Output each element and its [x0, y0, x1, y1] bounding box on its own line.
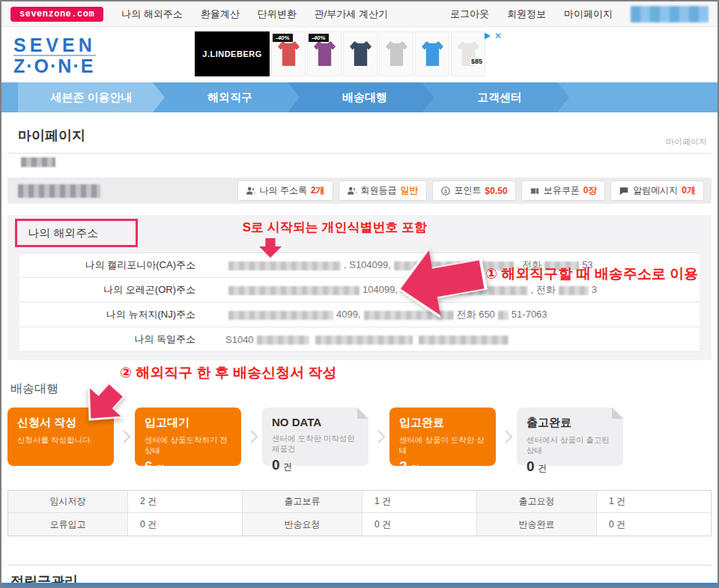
stats-label: 반송요청 [243, 513, 362, 536]
ad-brand-logo[interactable]: J.LINDEBERG [195, 31, 270, 76]
status-separator [496, 432, 517, 441]
stats-label: 오류입고 [8, 513, 128, 536]
chevron-right-icon [246, 431, 258, 443]
topbar-link[interactable]: 나의 해외주소 [121, 7, 183, 21]
nav-tab-shipping-agent[interactable]: 배송대행 [288, 82, 434, 112]
status-count: 6 [145, 458, 153, 474]
header: SEVEN Z·O·N·E J.LINDEBERG -40% -40% [1, 28, 718, 82]
status-box-shipped-out[interactable]: 출고완료 센터에서 상품이 출고된 상태 0 건 [517, 407, 623, 466]
member-grade-icon [347, 186, 357, 196]
stats-pair: 반송요청 0 건 [242, 513, 476, 536]
nav-tab-overseas-shopping[interactable]: 해외직구 [153, 82, 300, 112]
coupon-badge[interactable]: 보유쿠폰 0장 [521, 181, 606, 201]
stats-value[interactable]: 0 건 [128, 513, 242, 536]
nav-tab-customer-center[interactable]: 고객센터 [422, 82, 569, 112]
stats-value[interactable]: 0 건 [362, 513, 476, 536]
annotation-write-shipping-request: ② 해외직구 한 후 배송신청서 작성 [120, 363, 336, 383]
ad-product-thumb[interactable] [343, 31, 377, 76]
stats-pair: 출고보류 1 건 [242, 491, 476, 512]
annotation-personal-code: S로 시작되는 개인식별번호 포함 [189, 219, 481, 236]
address-value: S1040 [225, 334, 512, 345]
badge-value: 2개 [311, 184, 325, 197]
page-root: sevenzone.com 나의 해외주소환율계산단위변환관/부가세 계산기 로… [0, 0, 719, 588]
adchoices-icon[interactable] [483, 31, 492, 40]
status-count: 2 [399, 458, 407, 474]
status-box-title: 입고완료 [399, 416, 486, 430]
stats-row: 임시저장 2 건 출고보류 1 건 출고요청 1 건 [8, 491, 711, 513]
stats-label: 출고요청 [477, 491, 597, 512]
page-title: 마이페이지 [18, 127, 85, 145]
stats-label: 반송완료 [477, 513, 597, 536]
badge-label: 회원등급 [361, 184, 397, 197]
logo-line2: Z·O·N·E [13, 56, 96, 76]
address-label: 나의 오레곤(OR)주소 [19, 283, 195, 297]
username-blurred [21, 157, 55, 167]
point-badge[interactable]: $ 포인트 $0.50 [432, 181, 516, 201]
stats-pair: 출고요청 1 건 [476, 491, 711, 512]
status-box-arrived[interactable]: 입고완료 센터에 상품이 도착한 상태 2 건 [389, 407, 496, 466]
address-book-icon [246, 186, 256, 196]
topbar-link[interactable]: 환율계산 [201, 7, 240, 21]
status-separator [241, 432, 262, 441]
status-box-desc: 신청서를 작성합니다. [17, 435, 104, 446]
message-icon [619, 186, 629, 196]
nav-tab-guide[interactable]: 세븐존 이용안내 [18, 82, 165, 112]
sevenzone-logo[interactable]: SEVEN Z·O·N·E [13, 37, 96, 76]
status-box-desc: 센터에 상품도착하기 전 상태 [145, 435, 231, 456]
ad-close-icon[interactable]: ✕ [494, 31, 502, 40]
ad-product-thumb[interactable] [415, 31, 449, 76]
footer-blue-strip [1, 583, 718, 587]
product-image [314, 41, 336, 66]
topbar-link[interactable]: 단위변환 [258, 7, 297, 21]
divider [7, 565, 712, 566]
status-box-title: NO DATA [272, 416, 359, 428]
status-box-waiting-arrival[interactable]: 입고대기 센터에 상품도착하기 전 상태 6 건 [135, 407, 241, 466]
member-name-blurred [18, 184, 100, 198]
status-count: 0 [272, 457, 280, 473]
product-image [386, 41, 407, 66]
breadcrumb: 마이페이지 [666, 136, 707, 148]
badge-value: 일반 [401, 184, 419, 197]
stats-row: 오류입고 0 건 반송요청 0 건 반송완료 0 건 [8, 513, 711, 536]
ad-controls: ✕ [483, 31, 502, 40]
topbar-link[interactable]: 마이페이지 [564, 7, 613, 21]
address-value: 4099,전화 65051-7063 [225, 308, 547, 321]
status-box-no-data[interactable]: NO DATA 센터에 도착한 미작성한 제품건 0 건 [262, 407, 368, 466]
shipping-section-title: 배송대행 [10, 381, 58, 397]
nav-tab-label: 고객센터 [477, 91, 522, 105]
stats-pair: 임시저장 2 건 [8, 491, 242, 512]
ad-product-thumb[interactable] [379, 31, 413, 76]
brand-badge[interactable]: sevenzone.com [10, 7, 103, 22]
user-id-blurred-button[interactable] [631, 6, 709, 22]
address-book-badge[interactable]: 나의 주소록 2개 [237, 181, 333, 201]
ad-product-thumb[interactable]: -40% [307, 31, 342, 76]
product-image [350, 41, 371, 66]
topbar-link[interactable]: 회원정보 [507, 7, 546, 21]
coupon-icon [530, 186, 540, 196]
chevron-right-icon [500, 431, 513, 443]
ad-product-thumb[interactable]: -40% [271, 31, 306, 76]
stats-value[interactable]: 1 건 [362, 491, 476, 512]
discount-badge: -40% [273, 34, 293, 42]
message-badge[interactable]: 알림메시지 0개 [610, 181, 704, 201]
member-grade-badge[interactable]: 회원등급 일반 [339, 181, 427, 201]
status-box-desc: 센터에 상품이 도착한 상태 [399, 435, 486, 456]
chevron-right-icon [118, 431, 131, 443]
ad-product-thumb[interactable]: $85 [451, 31, 485, 76]
annotation-use-as-shipping-address: ① 해외직구할 때 배송주소로 이용 [485, 264, 698, 284]
stats-label: 출고보류 [243, 491, 362, 512]
discount-badge: -40% [309, 34, 329, 42]
badge-value: 0장 [583, 184, 598, 197]
stats-value[interactable]: 2 건 [128, 491, 242, 512]
topbar-left-links: 나의 해외주소환율계산단위변환관/부가세 계산기 [103, 7, 388, 21]
ad-banner: J.LINDEBERG -40% -40% $85 [195, 31, 499, 76]
stats-value[interactable]: 0 건 [597, 513, 711, 536]
topbar-link[interactable]: 관/부가세 계산기 [315, 7, 388, 21]
badge-label: 나의 주소록 [260, 184, 307, 197]
point-icon: $ [440, 186, 451, 196]
status-box-desc: 센터에 도착한 미작성한 제품건 [272, 434, 359, 455]
badge-label: 보유쿠폰 [544, 184, 580, 197]
topbar-link[interactable]: 로그아웃 [450, 7, 489, 21]
annotation-arrow-left-icon [392, 238, 491, 324]
stats-value[interactable]: 1 건 [597, 491, 711, 512]
